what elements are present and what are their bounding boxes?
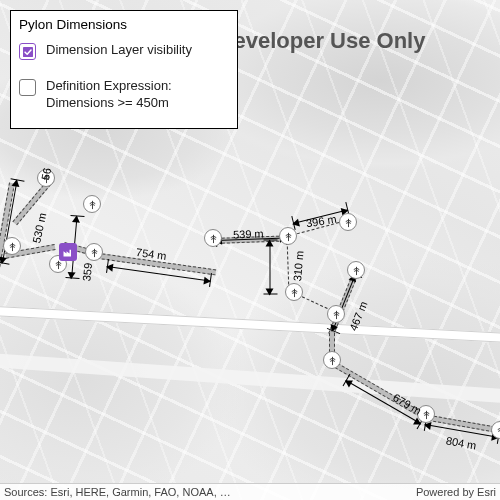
panel-title: Pylon Dimensions <box>19 17 229 32</box>
attribution-bar: Sources: Esri, HERE, Garmin, FAO, NOAA, … <box>0 483 500 500</box>
pylon-marker[interactable] <box>323 351 341 369</box>
checkbox-visibility[interactable] <box>19 43 36 60</box>
option-visibility[interactable]: Dimension Layer visibility <box>19 42 229 60</box>
pylon-marker[interactable] <box>339 213 357 231</box>
attribution-powered[interactable]: Powered by Esri <box>416 486 496 498</box>
pylon-marker[interactable] <box>85 243 103 261</box>
checkbox-visibility-label: Dimension Layer visibility <box>46 42 192 59</box>
map-viewport[interactable]: Licensed For Developer Use Only 56530 m3… <box>0 0 500 500</box>
pylon-marker[interactable] <box>417 405 435 423</box>
attribution-sources: Sources: Esri, HERE, Garmin, FAO, NOAA, … <box>4 486 231 498</box>
pylon-marker[interactable] <box>327 305 345 323</box>
check-icon <box>23 47 33 57</box>
pylon-marker[interactable] <box>347 261 365 279</box>
dimension-arrow <box>270 241 271 295</box>
layer-options-panel: Pylon Dimensions Dimension Layer visibil… <box>10 10 238 129</box>
dimension-tick <box>264 240 278 241</box>
pylon-marker[interactable] <box>3 237 21 255</box>
option-definition-expression[interactable]: Definition Expression: Dimensions >= 450… <box>19 78 229 112</box>
dimension-tick <box>264 294 278 295</box>
poi-marker[interactable] <box>59 243 77 261</box>
pylon-marker[interactable] <box>285 283 303 301</box>
pylon-marker[interactable] <box>279 227 297 245</box>
pylon-marker[interactable] <box>204 229 222 247</box>
pylon-marker[interactable] <box>83 195 101 213</box>
pylon-marker[interactable] <box>37 169 55 187</box>
checkbox-definition-expression-label: Definition Expression: Dimensions >= 450… <box>46 78 229 112</box>
factory-icon <box>62 246 74 258</box>
checkbox-definition-expression[interactable] <box>19 79 36 96</box>
